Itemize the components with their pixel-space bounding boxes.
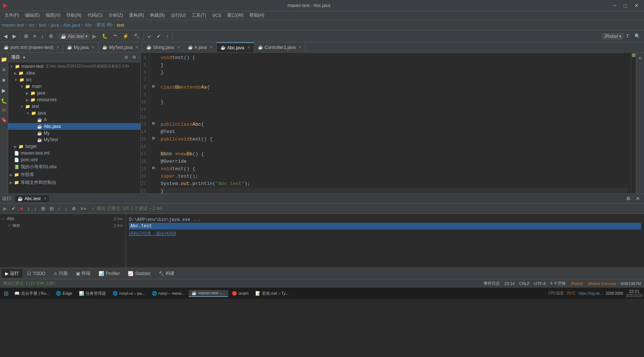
filter-button[interactable]: ⊛ xyxy=(70,205,78,212)
tree-item-a[interactable]: ☕A xyxy=(8,116,140,123)
menu-item-r[interactable]: 重构(R) xyxy=(126,11,147,19)
tree-item-maven-test[interactable]: ▼📁maven-testE:\my-Java-20201221\ruoyi\开源… xyxy=(8,63,140,70)
tree-item-my[interactable]: ☕My xyxy=(8,130,140,136)
code-line-7[interactable] xyxy=(160,76,628,84)
profile-button[interactable]: ⚡ xyxy=(120,32,131,40)
status-encoding[interactable]: UTF-8 xyxy=(534,281,546,286)
bottom-tab-构建[interactable]: 🔨构建 xyxy=(155,269,178,278)
tree-item-pom-xml[interactable]: 📄pom.xml xyxy=(8,156,140,163)
nav-project[interactable]: maven-test xyxy=(2,23,24,28)
code-line-15[interactable]: public void test() { xyxy=(160,136,628,143)
tab-abc-java[interactable]: ☕Abc.java✕ xyxy=(217,42,254,53)
tree-item-resources[interactable]: ▶📁resources xyxy=(8,96,140,103)
tree-item-java[interactable]: ▼📁java xyxy=(8,110,140,116)
menu-item-vcs[interactable]: VCS xyxy=(209,12,225,19)
bottom-tab-终端[interactable]: ▣终端 xyxy=(72,269,94,278)
expand-all-btn[interactable]: ⊞ xyxy=(39,205,47,212)
taskbar-item------[interactable]: 📊任务管理器 xyxy=(76,290,109,297)
nav-anon[interactable]: 匿名 Bb xyxy=(97,22,112,28)
run-config-label[interactable]: ☕ Abc.test ▾ xyxy=(59,33,89,39)
bottom-tab-问题[interactable]: ⚠问题 xyxy=(50,269,72,278)
taskbar-item-ruoyi---mess---[interactable]: 🌐ruoyi – mess... xyxy=(149,290,188,297)
vcs-update-button[interactable]: ↙ xyxy=(145,32,154,40)
close-button[interactable]: ✕ xyxy=(632,2,641,9)
menu-item-f[interactable]: 文件(F) xyxy=(1,11,22,19)
code-line-13[interactable]: public class Abc { xyxy=(160,121,628,128)
taskbar-url[interactable]: https://log.sd... xyxy=(578,291,602,295)
abc-test-tab[interactable]: ☕ Abc.test ✕ xyxy=(15,195,49,202)
project-icon[interactable]: 📁 xyxy=(1,54,7,65)
panel-close-button[interactable]: ✕ xyxy=(634,195,642,202)
nav-file[interactable]: Abc.java xyxy=(63,23,80,28)
code-line-9[interactable] xyxy=(160,91,628,99)
tree-item-target[interactable]: ▶📁target xyxy=(8,143,140,150)
test-item-Abc[interactable]: ✓ Abc 2 ms xyxy=(1,215,124,222)
bottom-tab-运行[interactable]: ▶运行 xyxy=(1,269,23,278)
scroll-down-button[interactable]: ↓ xyxy=(63,205,69,212)
settings-button[interactable]: ⚙ xyxy=(47,32,56,40)
tab-close[interactable]: ✕ xyxy=(56,45,59,49)
sidebar-dropdown-icon[interactable]: ▾ xyxy=(23,55,25,60)
menu-item-v[interactable]: 视图(V) xyxy=(43,11,63,19)
nav-class[interactable]: Abc xyxy=(85,23,93,28)
minimize-button[interactable]: ─ xyxy=(611,2,619,9)
tree-item-src[interactable]: ▼📁src xyxy=(8,76,140,83)
taskbar-item-edge[interactable]: 🌐Edge xyxy=(53,290,75,297)
tab-my-java[interactable]: ☕My.java✕ xyxy=(63,42,99,53)
menu-item-h[interactable]: 帮助(H) xyxy=(246,11,268,19)
status-crlf[interactable]: CRLF xyxy=(519,281,530,286)
tree-item----[interactable]: ▶📁外部库 xyxy=(8,171,140,179)
code-line-17[interactable]: Bb bb = new Bb() { xyxy=(160,151,628,158)
tab-close[interactable]: ✕ xyxy=(210,45,213,49)
tab-close[interactable]: ✕ xyxy=(136,45,139,49)
build-button[interactable]: 🔨 xyxy=(132,32,142,40)
gutter-15[interactable]: ▶ xyxy=(149,134,158,142)
code-line-18[interactable]: @Override xyxy=(160,158,628,165)
code-line-12[interactable] xyxy=(160,113,628,121)
back-button[interactable]: ◀ xyxy=(1,32,10,40)
coverage-button[interactable]: ☂ xyxy=(111,32,120,40)
taskbar-item-maven-test-----[interactable]: ☕maven-test –... xyxy=(189,290,228,297)
taskbar-item-ruoyi-ui---pa---[interactable]: 🌐ruoyi-ui – pa... xyxy=(110,290,148,297)
gutter-13[interactable]: ▶ xyxy=(149,119,158,127)
maven-icon[interactable]: M xyxy=(639,54,642,62)
code-line-22[interactable]: } xyxy=(160,188,628,194)
gutter-19[interactable]: ▶ xyxy=(149,164,158,171)
jrebel-console[interactable]: JRebel Console xyxy=(587,281,616,286)
scroll-up-button[interactable]: ↑ xyxy=(56,205,63,212)
gutter-8[interactable]: ▶ xyxy=(149,82,158,90)
nav-method[interactable]: test xyxy=(117,23,124,28)
run-button[interactable]: ▶ xyxy=(90,32,99,41)
menu-item-t[interactable]: 工具(T) xyxy=(189,11,209,19)
run-gutter-icon[interactable]: ▶ xyxy=(152,165,156,170)
debug-button[interactable]: 🐛 xyxy=(100,32,110,40)
jrebel-status[interactable]: JRebel xyxy=(570,281,583,286)
taskbar-item--------ru---[interactable]: 📖后台手册 | Ru... xyxy=(11,290,52,297)
sort-button[interactable]: ↕ xyxy=(26,205,32,212)
menu-item-e[interactable]: 编辑(E) xyxy=(22,11,43,19)
taskbar-item-ocam[interactable]: 🔴ocam xyxy=(229,290,252,297)
tab-pom-xml--maven-test-[interactable]: ☕pom.xml (maven-test)✕ xyxy=(0,42,63,53)
code-editor[interactable]: void test() { }} class Bb extends Aa { }… xyxy=(158,53,631,194)
maximize-button[interactable]: □ xyxy=(622,2,629,9)
menu-item-c[interactable]: 代码(C) xyxy=(84,11,106,19)
nav-src[interactable]: src xyxy=(29,23,34,28)
settings-sidebar-button[interactable]: ⚙ xyxy=(131,54,137,60)
taskbar-item----md---ty---[interactable]: 📝若依.md – Ty... xyxy=(252,290,292,297)
tab-string-java[interactable]: ☕String.java✕ xyxy=(143,42,184,53)
status-indent[interactable]: 4 个空格 xyxy=(550,281,566,286)
run-gutter-icon[interactable]: ▶ xyxy=(152,135,156,141)
code-line-21[interactable]: System.out.println("Abc.test"); xyxy=(160,180,628,188)
code-line-20[interactable]: super.test(); xyxy=(160,173,628,180)
tab-close[interactable]: ✕ xyxy=(177,45,180,49)
bottom-tab-todo[interactable]: ☑TODO xyxy=(23,270,49,278)
nav-java[interactable]: java xyxy=(51,23,59,28)
code-line-10[interactable]: } xyxy=(160,99,628,106)
run-gutter-icon[interactable]: ▶ xyxy=(152,83,156,89)
code-line-6[interactable]: } xyxy=(160,69,628,76)
code-line-4[interactable]: void test() { xyxy=(160,54,628,62)
tab-controller1-java[interactable]: ☕Controller1.java✕ xyxy=(254,42,306,53)
code-line-16[interactable] xyxy=(160,143,628,151)
jrebel-side-icon[interactable]: JR xyxy=(1,106,6,115)
bookmark-icon[interactable]: 🔖 xyxy=(1,115,7,125)
